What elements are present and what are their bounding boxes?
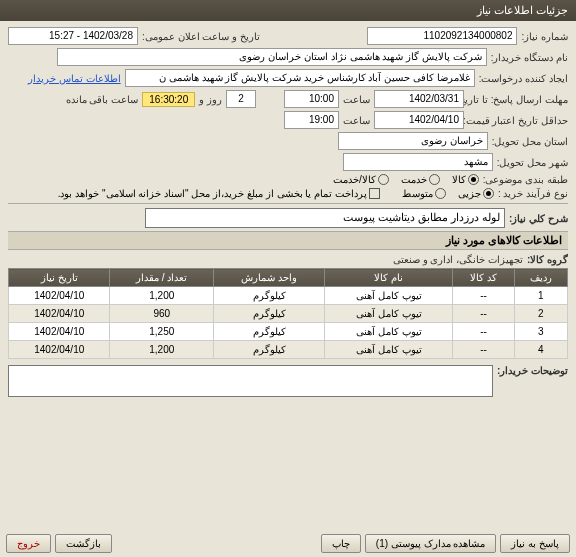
city-label: شهر محل تحویل:: [497, 157, 568, 168]
col-header: نام کالا: [325, 269, 453, 287]
table-cell: 1402/04/10: [9, 323, 110, 341]
table-row[interactable]: 1--تیوپ کامل آهنیکیلوگرم1,2001402/04/10: [9, 287, 568, 305]
pub-datetime-label: تاریخ و ساعت اعلان عمومی:: [142, 31, 260, 42]
table-cell: تیوپ کامل آهنی: [325, 287, 453, 305]
remaining-label: ساعت باقی مانده: [66, 94, 139, 105]
deadline-label: مهلت ارسال پاسخ: تا تاریخ:: [468, 94, 568, 105]
table-cell: تیوپ کامل آهنی: [325, 341, 453, 359]
pub-datetime-value: 1402/03/28 - 15:27: [8, 27, 138, 45]
back-button[interactable]: بازگشت: [55, 534, 112, 553]
need-no-label: شماره نیاز:: [521, 31, 568, 42]
radio-dot-icon: [483, 188, 494, 199]
check-partial-pay[interactable]: پرداخت تمام یا بخشی از مبلغ خرید،از محل …: [58, 188, 380, 199]
group-value: تجهیزات خانگی، اداری و صنعتی: [393, 254, 523, 265]
buyer-notes-label: توضیحات خریدار:: [497, 365, 568, 376]
radio-dot-icon: [435, 188, 446, 199]
goods-service-label: کالا/خدمت: [333, 174, 376, 185]
day-and-label: روز و: [199, 94, 222, 105]
table-cell: 1402/04/10: [9, 305, 110, 323]
days-value: 2: [226, 90, 256, 108]
table-cell: کیلوگرم: [214, 341, 325, 359]
service-label: خدمت: [401, 174, 427, 185]
col-header: ردیف: [514, 269, 567, 287]
table-cell: 960: [110, 305, 214, 323]
radio-goods-service[interactable]: کالا/خدمت: [333, 174, 389, 185]
summary-value: لوله درزدار مطابق دیتاشیت پیوست: [145, 208, 505, 228]
valid-date: 1402/04/10: [374, 111, 464, 129]
radio-dot-icon: [378, 174, 389, 185]
table-cell: تیوپ کامل آهنی: [325, 323, 453, 341]
table-cell: 4: [514, 341, 567, 359]
attachments-button[interactable]: مشاهده مدارک پیوستی (1): [365, 534, 497, 553]
radio-dot-icon: [468, 174, 479, 185]
table-cell: 1402/04/10: [9, 341, 110, 359]
exit-button[interactable]: خروج: [6, 534, 51, 553]
table-cell: کیلوگرم: [214, 287, 325, 305]
city-value: مشهد: [343, 153, 493, 171]
table-cell: --: [453, 323, 514, 341]
need-no-value: 1102092134000802: [367, 27, 517, 45]
partial-pay-label: پرداخت تمام یا بخشی از مبلغ خرید،از محل …: [58, 188, 367, 199]
items-header: اطلاعات کالاهای مورد نیاز: [8, 231, 568, 250]
contact-link[interactable]: اطلاعات تماس خریدار: [28, 73, 121, 84]
countdown-value: 16:30:20: [142, 92, 195, 107]
goods-label: کالا: [452, 174, 466, 185]
table-cell: 1,200: [110, 287, 214, 305]
valid-time: 19:00: [284, 111, 339, 129]
checkbox-icon: [369, 188, 380, 199]
summary-label: شرح کلي نياز:: [509, 213, 568, 224]
table-cell: 1: [514, 287, 567, 305]
table-cell: --: [453, 341, 514, 359]
col-header: تاریخ نیاز: [9, 269, 110, 287]
respond-button[interactable]: پاسخ به نیاز: [500, 534, 570, 553]
table-cell: 1,200: [110, 341, 214, 359]
table-row[interactable]: 4--تیوپ کامل آهنیکیلوگرم1,2001402/04/10: [9, 341, 568, 359]
table-cell: 1,250: [110, 323, 214, 341]
creator-value: غلامرضا کافی حسین آباد کارشناس خرید شرکت…: [125, 69, 475, 87]
buyer-label: نام دستگاه خریدار:: [491, 52, 568, 63]
medium-label: متوسط: [402, 188, 433, 199]
table-cell: 1402/04/10: [9, 287, 110, 305]
radio-dot-icon: [429, 174, 440, 185]
table-cell: --: [453, 287, 514, 305]
province-label: استان محل تحویل:: [492, 136, 568, 147]
table-row[interactable]: 3--تیوپ کامل آهنیکیلوگرم1,2501402/04/10: [9, 323, 568, 341]
table-cell: 3: [514, 323, 567, 341]
window-titlebar: جزئیات اطلاعات نیاز: [0, 0, 576, 21]
buyer-notes-field: [8, 365, 493, 397]
table-cell: کیلوگرم: [214, 305, 325, 323]
col-header: واحد شمارش: [214, 269, 325, 287]
table-cell: --: [453, 305, 514, 323]
radio-minor[interactable]: جزیی: [458, 188, 494, 199]
radio-medium[interactable]: متوسط: [402, 188, 446, 199]
table-cell: تیوپ کامل آهنی: [325, 305, 453, 323]
items-table: ردیفکد کالانام کالاواحد شمارشتعداد / مقد…: [8, 268, 568, 359]
creator-label: ایجاد کننده درخواست:: [479, 73, 568, 84]
time-label-2: ساعت: [343, 115, 370, 126]
table-row[interactable]: 2--تیوپ کامل آهنیکیلوگرم9601402/04/10: [9, 305, 568, 323]
table-cell: کیلوگرم: [214, 323, 325, 341]
buyer-value: شرکت پالایش گاز شهید هاشمی نژاد استان خر…: [57, 48, 487, 66]
deadline-date: 1402/03/31: [374, 90, 464, 108]
province-value: خراسان رضوی: [338, 132, 488, 150]
category-label: طبقه بندی موضوعی:: [483, 174, 568, 185]
table-cell: 2: [514, 305, 567, 323]
purchase-type-label: نوع فرآیند خرید :: [498, 188, 568, 199]
minor-label: جزیی: [458, 188, 481, 199]
col-header: کد کالا: [453, 269, 514, 287]
deadline-time: 10:00: [284, 90, 339, 108]
valid-until-label: حداقل تاریخ اعتبار قیمت: تا تاریخ:: [468, 115, 568, 126]
radio-service[interactable]: خدمت: [401, 174, 440, 185]
time-label-1: ساعت: [343, 94, 370, 105]
col-header: تعداد / مقدار: [110, 269, 214, 287]
group-label: گروه کالا:: [527, 254, 568, 265]
print-button[interactable]: چاپ: [321, 534, 361, 553]
radio-goods[interactable]: کالا: [452, 174, 479, 185]
